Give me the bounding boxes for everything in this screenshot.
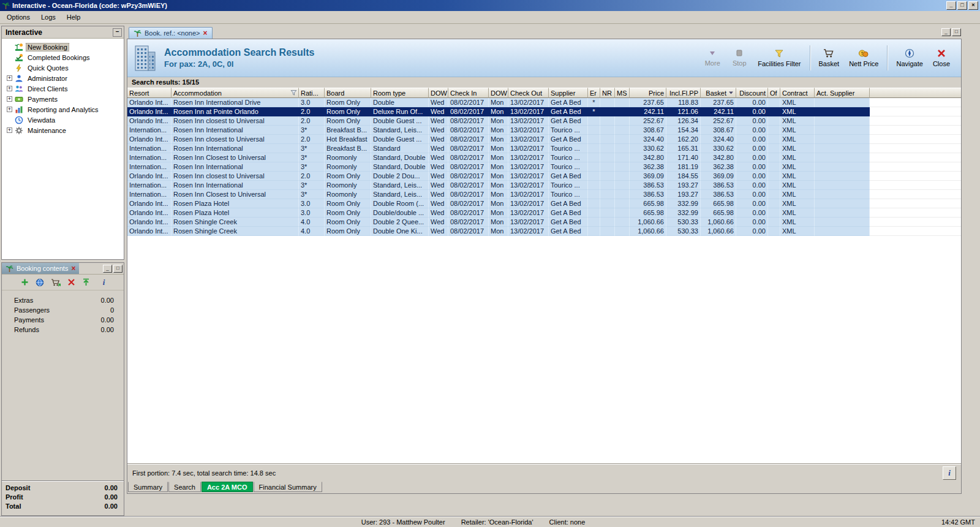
sidebar-item-administrator[interactable]: +Administrator (3, 73, 123, 83)
delete-button[interactable] (67, 278, 75, 286)
expand-icon[interactable]: + (7, 127, 12, 133)
result-cell: Breakfast B... (325, 126, 371, 135)
result-cell: Get A Bed (549, 208, 588, 218)
minimize-button[interactable]: _ (946, 1, 956, 10)
globe-button[interactable] (36, 278, 44, 287)
expand-icon[interactable]: + (7, 96, 12, 102)
column-header-check-in[interactable]: Check In (448, 88, 489, 98)
close-icon[interactable]: × (71, 265, 75, 271)
column-header-price[interactable]: Price (630, 88, 666, 98)
close-button[interactable]: Close (928, 47, 955, 70)
result-cell: Wed (429, 98, 448, 107)
collapse-button[interactable]: – (113, 28, 122, 37)
result-cell (615, 135, 630, 144)
result-row[interactable]: Internation...Rosen Inn International3*R… (127, 162, 961, 172)
maximize-button[interactable]: □ (952, 28, 961, 36)
column-header-ms[interactable]: MS (615, 88, 630, 98)
sidebar-item-new-booking[interactable]: New Booking (3, 42, 123, 52)
expand-icon[interactable]: + (7, 75, 12, 81)
result-row[interactable]: Orlando Int...Rosen Inn International Dr… (127, 98, 961, 107)
maximize-button[interactable]: □ (957, 1, 967, 10)
column-header-basket[interactable]: Basket (701, 88, 736, 98)
column-header-check-out[interactable]: Check Out (508, 88, 549, 98)
expand-spacer (7, 44, 12, 50)
result-row[interactable]: Orlando Int...Rosen Inn closest to Unive… (127, 172, 961, 181)
nett-price-button[interactable]: Nett Price (844, 46, 883, 70)
result-row[interactable]: Orlando Int...Rosen Plaza Hotel3.0Room O… (127, 208, 961, 218)
column-header-nr[interactable]: NR (600, 88, 615, 98)
add-button[interactable] (21, 278, 29, 286)
minimize-button[interactable]: _ (103, 265, 112, 273)
title-bar: Interactive - Ocean-Florida (code: wPzy3… (0, 0, 980, 11)
expand-icon[interactable]: + (7, 107, 12, 112)
navigate-button[interactable]: Navigate (891, 46, 927, 70)
tab-financial-summary[interactable]: Financial Summary (254, 482, 322, 492)
sidebar-item-direct-clients[interactable]: +Direct Clients (3, 83, 123, 94)
column-header-dow[interactable]: DOW (489, 88, 508, 98)
column-header-label: Board (326, 89, 344, 97)
tab-summary[interactable]: Summary (128, 482, 168, 492)
close-button[interactable]: × (968, 1, 978, 10)
status-client: Client: none (549, 518, 586, 526)
expand-icon[interactable]: + (7, 86, 12, 91)
result-row[interactable]: Internation...Rosen Inn International3*B… (127, 126, 961, 135)
close-icon[interactable]: × (203, 30, 208, 36)
sidebar-item-completed-bookings[interactable]: Completed Bookings (3, 52, 123, 63)
result-row[interactable]: Internation...Rosen Inn Closest to Unive… (127, 153, 961, 162)
info-button[interactable]: i (103, 278, 105, 287)
sidebar-item-label: Maintenance (26, 126, 68, 135)
sidebar-item-maintenance[interactable]: +Maintenance (3, 125, 123, 135)
result-cell: Roomonly (325, 153, 371, 162)
tab-search[interactable]: Search (168, 482, 201, 492)
basket-button[interactable]: Basket (814, 46, 845, 70)
sidebar-item-viewdata[interactable]: Viewdata (3, 115, 123, 125)
result-cell: 08/02/2017 (448, 116, 489, 126)
column-header-rati[interactable]: Rati... (299, 88, 325, 98)
result-row[interactable]: Internation...Rosen Inn Closest to Unive… (127, 190, 961, 199)
result-cell: 08/02/2017 (448, 98, 489, 107)
maximize-button[interactable]: □ (113, 265, 123, 273)
booking-contents-tab[interactable]: Booking contents × (2, 263, 79, 274)
column-header-accommodation[interactable]: Accommodation (172, 88, 299, 98)
result-cell: 330.62 (630, 144, 666, 153)
tab-acc-2a-mco[interactable]: Acc 2A MCO (202, 482, 253, 492)
grid-body: Orlando Int...Rosen Inn International Dr… (127, 98, 961, 463)
more-button[interactable]: More (699, 47, 726, 69)
result-cell: Rosen Inn Closest to Universal (172, 153, 299, 162)
result-row[interactable]: Orlando Int...Rosen Shingle Creek4.0Room… (127, 227, 961, 236)
facilities-filter-button[interactable]: Facilities Filter (753, 47, 805, 70)
column-header-discount[interactable]: Discount (736, 88, 768, 98)
info-button[interactable]: i (943, 466, 956, 480)
result-cell: 2.0 (299, 116, 325, 126)
menu-item-options[interactable]: Options (1, 12, 36, 23)
stop-button[interactable]: Stop (726, 47, 753, 69)
column-header-room-type[interactable]: Room type (371, 88, 429, 98)
minimize-button[interactable]: _ (941, 28, 951, 36)
result-cell (588, 181, 600, 190)
menu-item-logs[interactable]: Logs (36, 12, 61, 23)
column-header-contract[interactable]: Contract (780, 88, 815, 98)
result-row[interactable]: Orlando Int...Rosen Inn closest to Unive… (127, 116, 961, 126)
column-header-of[interactable]: Of (768, 88, 780, 98)
column-header-supplier[interactable]: Supplier (549, 88, 588, 98)
column-header-resort[interactable]: Resort (127, 88, 172, 98)
result-row[interactable]: Internation...Rosen Inn International3*R… (127, 181, 961, 190)
column-header-er[interactable]: Er (588, 88, 600, 98)
column-header-dow[interactable]: DOW (429, 88, 448, 98)
basket-export-button[interactable] (51, 278, 61, 287)
sidebar-item-quick-quotes[interactable]: Quick Quotes (3, 63, 123, 73)
document-controls: _□ (941, 28, 962, 36)
upload-button[interactable] (82, 278, 90, 286)
menu-item-help[interactable]: Help (61, 12, 86, 23)
result-row[interactable]: Orlando Int...Rosen Plaza Hotel3.0Room O… (127, 199, 961, 208)
result-row[interactable]: Internation...Rosen Inn International3*B… (127, 144, 961, 153)
booking-ref-tab[interactable]: Book. ref.: <none> × (129, 27, 213, 39)
result-row[interactable]: Orlando Int...Rosen Shingle Creek4.0Room… (127, 218, 961, 227)
result-row[interactable]: Orlando Int...Rosen Inn at Pointe Orland… (127, 107, 961, 116)
sidebar-item-payments[interactable]: +Payments (3, 94, 123, 104)
column-header-act-supplier[interactable]: Act. Supplier (815, 88, 870, 98)
result-row[interactable]: Orlando Int...Rosen Inn closest to Unive… (127, 135, 961, 144)
column-header-incl-fl-pp[interactable]: Incl.Fl.PP (666, 88, 701, 98)
sidebar-item-reporting-and-analytics[interactable]: +Reporting and Analytics (3, 104, 123, 115)
column-header-board[interactable]: Board (325, 88, 371, 98)
